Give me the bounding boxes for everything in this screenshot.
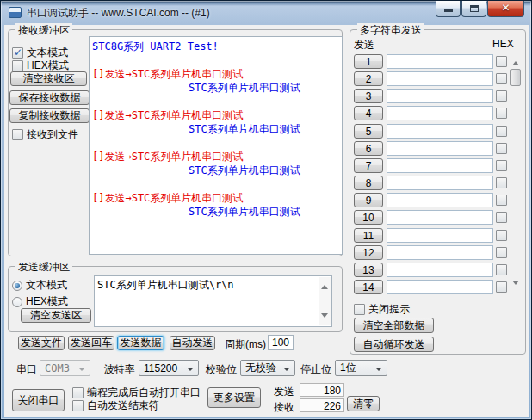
receive-line <box>92 177 342 191</box>
send-enter-button[interactable]: 发送回车 <box>68 336 114 350</box>
baud-select[interactable]: 115200 <box>139 360 199 376</box>
receive-to-file-checkbox[interactable]: 接收到文件 <box>12 127 78 142</box>
multi-send-button-7[interactable]: 7 <box>354 158 383 173</box>
minimize-button[interactable] <box>436 1 461 17</box>
maximize-button[interactable] <box>461 1 486 17</box>
receive-line: STC系列单片机串口测试 <box>92 122 342 136</box>
multi-send-hex-checkbox-13[interactable] <box>496 264 507 275</box>
parity-select[interactable]: 无校验 <box>240 360 295 376</box>
parity-value: 无校验 <box>245 361 276 375</box>
multi-send-input-9[interactable] <box>387 193 493 207</box>
multi-send-input-2[interactable] <box>387 71 493 86</box>
checkbox-icon <box>12 60 23 71</box>
more-settings-button[interactable]: 更多设置 <box>207 387 261 408</box>
multi-send-hex-checkbox-9[interactable] <box>496 195 507 206</box>
multi-send-button-2[interactable]: 2 <box>354 71 383 86</box>
multi-send-input-11[interactable] <box>387 228 493 243</box>
send-scrollbar[interactable] <box>319 277 331 325</box>
baud-label: 波特率 <box>104 362 135 377</box>
multi-send-hex-checkbox-2[interactable] <box>496 73 507 84</box>
multi-send-input-5[interactable] <box>387 124 493 139</box>
send-file-button[interactable]: 发送文件 <box>18 336 65 350</box>
receive-buffer-group: 接收缓冲区 文本模式 HEX模式 清空接收区 保存接收数据 复制接收数据 接收到… <box>8 29 343 256</box>
auto-send-button[interactable]: 自动发送 <box>170 336 215 350</box>
receive-to-file-label: 接收到文件 <box>27 127 78 142</box>
multi-send-input-13[interactable] <box>387 262 493 277</box>
receive-group-title: 接收缓冲区 <box>15 23 72 38</box>
auto-terminator-checkbox[interactable]: 自动发送结束符 <box>72 398 159 413</box>
multi-send-input-10[interactable] <box>387 210 493 225</box>
multi-send-button-10[interactable]: 10 <box>354 210 383 225</box>
send-textarea-content: STC系列单片机串口测试\r\n <box>95 276 331 293</box>
port-select[interactable]: COM3 <box>40 360 90 376</box>
multi-send-input-8[interactable] <box>387 176 493 190</box>
period-label: 周期(ms) <box>225 337 266 352</box>
chevron-down-icon <box>187 368 194 374</box>
multi-send-button-8[interactable]: 8 <box>354 176 383 190</box>
close-tip-checkbox[interactable]: 关闭提示 <box>354 302 410 317</box>
multi-send-button-9[interactable]: 9 <box>354 193 383 207</box>
stopbit-select[interactable]: 1位 <box>335 360 387 376</box>
multi-send-hex-checkbox-3[interactable] <box>496 90 507 102</box>
scroll-down-icon[interactable] <box>512 281 519 288</box>
chevron-down-icon <box>283 368 290 374</box>
clear-counters-button[interactable]: 清零 <box>347 396 380 411</box>
close-port-button[interactable]: 关闭串口 <box>12 389 65 411</box>
multi-send-hex-checkbox-5[interactable] <box>496 126 507 137</box>
scroll-up-icon[interactable] <box>321 281 328 289</box>
multi-send-scrollbar[interactable] <box>510 54 522 292</box>
checkbox-icon <box>12 129 23 140</box>
multi-send-button-11[interactable]: 11 <box>354 228 383 243</box>
checkbox-icon <box>72 387 84 398</box>
receive-line <box>92 95 342 108</box>
titlebar[interactable]: 串口调试助手 -- www.STCAI.com -- (#1) ✕ <box>1 1 532 25</box>
multi-send-group: 多字符串发送 发送 HEX 1234567891011121314 关闭提示 清… <box>350 29 526 355</box>
clear-all-data-button[interactable]: 清空全部数据 <box>354 318 434 333</box>
send-data-button[interactable]: 发送数据 <box>117 336 164 350</box>
receive-line <box>92 136 342 150</box>
multi-send-button-5[interactable]: 5 <box>354 124 383 139</box>
multi-send-input-7[interactable] <box>387 158 493 173</box>
multi-send-button-13[interactable]: 13 <box>354 262 383 277</box>
multi-send-input-6[interactable] <box>387 141 493 156</box>
period-input[interactable] <box>268 335 294 350</box>
multi-send-button-6[interactable]: 6 <box>354 141 383 156</box>
multi-send-hex-checkbox-6[interactable] <box>496 143 507 154</box>
multi-send-input-1[interactable] <box>387 54 493 69</box>
auto-terminator-label: 自动发送结束符 <box>87 398 159 413</box>
checkbox-icon <box>12 47 23 59</box>
clear-receive-button[interactable]: 清空接收区 <box>10 71 87 86</box>
multi-send-title: 多字符串发送 <box>357 23 424 38</box>
scroll-up-icon[interactable] <box>512 58 519 65</box>
send-textarea[interactable]: STC系列单片机串口测试\r\n <box>94 275 332 327</box>
multi-send-button-1[interactable]: 1 <box>354 54 383 69</box>
multi-send-hex-checkbox-8[interactable] <box>496 177 507 188</box>
send-hex-mode-radio[interactable]: HEX模式 <box>12 294 68 309</box>
copy-receive-button[interactable]: 复制接收数据 <box>9 108 90 123</box>
send-group-title: 发送缓冲区 <box>15 260 72 275</box>
multi-send-hex-checkbox-10[interactable] <box>496 212 507 223</box>
multi-send-button-3[interactable]: 3 <box>354 89 383 103</box>
clear-send-button[interactable]: 清空发送区 <box>21 308 91 323</box>
multi-send-input-4[interactable] <box>387 106 493 120</box>
receive-textarea[interactable]: STC8G系列 UART2 Test![]发送→STC系列单片机串口测试STC系… <box>89 36 343 255</box>
multi-send-hex-checkbox-1[interactable] <box>496 56 507 67</box>
close-button[interactable]: ✕ <box>487 1 524 17</box>
multi-send-hex-checkbox-14[interactable] <box>496 281 507 293</box>
multi-send-button-12[interactable]: 12 <box>354 245 383 260</box>
multi-send-input-14[interactable] <box>387 280 493 294</box>
multi-send-input-12[interactable] <box>387 245 493 260</box>
scroll-down-icon[interactable] <box>321 313 328 321</box>
multi-send-hex-checkbox-4[interactable] <box>496 108 507 119</box>
multi-send-hex-checkbox-11[interactable] <box>496 230 507 241</box>
multi-send-input-3[interactable] <box>387 89 493 103</box>
auto-cycle-send-button[interactable]: 自动循环发送 <box>354 337 434 352</box>
multi-send-button-14[interactable]: 14 <box>354 280 383 294</box>
send-text-mode-radio[interactable]: 文本模式 <box>12 278 67 293</box>
multi-send-button-4[interactable]: 4 <box>354 106 383 120</box>
scrollbar-thumb[interactable] <box>510 69 521 86</box>
multi-send-hex-checkbox-12[interactable] <box>496 247 507 258</box>
save-receive-button[interactable]: 保存接收数据 <box>9 90 90 105</box>
multi-send-hex-checkbox-7[interactable] <box>496 160 507 171</box>
radio-icon <box>12 297 22 307</box>
